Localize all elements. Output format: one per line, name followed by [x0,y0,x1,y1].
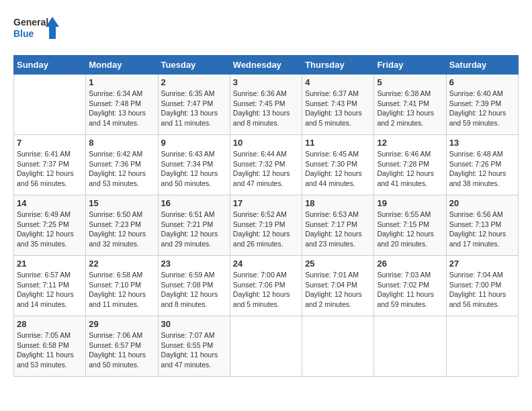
day-number: 13 [449,138,515,148]
calendar-cell: 22Sunrise: 6:58 AM Sunset: 7:10 PM Dayli… [86,256,158,316]
day-number: 23 [161,259,227,269]
day-info: Sunrise: 6:37 AM Sunset: 7:43 PM Dayligh… [305,89,371,128]
day-number: 11 [305,138,371,148]
day-info: Sunrise: 7:00 AM Sunset: 7:06 PM Dayligh… [233,270,299,310]
day-info: Sunrise: 6:50 AM Sunset: 7:23 PM Dayligh… [89,210,154,249]
calendar-cell [14,75,86,135]
day-number: 29 [89,319,154,329]
calendar-cell: 16Sunrise: 6:51 AM Sunset: 7:21 PM Dayli… [158,195,230,256]
day-number: 10 [233,138,299,148]
day-number: 8 [89,138,154,148]
day-number: 19 [377,198,443,208]
day-info: Sunrise: 6:34 AM Sunset: 7:48 PM Dayligh… [89,89,154,128]
day-number: 17 [233,198,299,208]
day-info: Sunrise: 6:51 AM Sunset: 7:21 PM Dayligh… [161,210,227,249]
day-info: Sunrise: 6:43 AM Sunset: 7:34 PM Dayligh… [161,149,227,189]
weekday-header-friday: Friday [374,56,446,75]
day-info: Sunrise: 6:53 AM Sunset: 7:17 PM Dayligh… [305,210,371,249]
day-info: Sunrise: 6:56 AM Sunset: 7:13 PM Dayligh… [449,210,515,249]
calendar-cell: 3Sunrise: 6:36 AM Sunset: 7:45 PM Daylig… [230,75,302,135]
day-info: Sunrise: 6:55 AM Sunset: 7:15 PM Dayligh… [377,210,443,249]
calendar-cell: 8Sunrise: 6:42 AM Sunset: 7:36 PM Daylig… [86,135,158,195]
logo-svg: General Blue [13,13,60,44]
day-info: Sunrise: 6:36 AM Sunset: 7:45 PM Dayligh… [233,89,299,128]
day-info: Sunrise: 6:52 AM Sunset: 7:19 PM Dayligh… [233,210,299,249]
calendar-cell: 1Sunrise: 6:34 AM Sunset: 7:48 PM Daylig… [86,75,158,135]
day-info: Sunrise: 7:03 AM Sunset: 7:02 PM Dayligh… [377,270,443,310]
day-info: Sunrise: 6:46 AM Sunset: 7:28 PM Dayligh… [377,149,443,189]
calendar-cell: 7Sunrise: 6:41 AM Sunset: 7:37 PM Daylig… [14,135,86,195]
calendar-cell: 17Sunrise: 6:52 AM Sunset: 7:19 PM Dayli… [230,195,302,256]
weekday-header-tuesday: Tuesday [158,56,230,75]
day-number: 24 [233,259,299,269]
calendar-cell: 18Sunrise: 6:53 AM Sunset: 7:17 PM Dayli… [302,195,374,256]
day-number: 27 [449,259,515,269]
day-info: Sunrise: 6:41 AM Sunset: 7:37 PM Dayligh… [17,149,83,189]
calendar-cell [446,316,518,377]
calendar-cell: 21Sunrise: 6:57 AM Sunset: 7:11 PM Dayli… [14,256,86,316]
day-info: Sunrise: 6:44 AM Sunset: 7:32 PM Dayligh… [233,149,299,189]
logo: General Blue [13,13,60,44]
day-info: Sunrise: 6:40 AM Sunset: 7:39 PM Dayligh… [449,89,515,128]
day-info: Sunrise: 6:35 AM Sunset: 7:47 PM Dayligh… [161,89,227,128]
day-number: 9 [161,138,227,148]
day-number: 25 [305,259,371,269]
calendar-cell: 24Sunrise: 7:00 AM Sunset: 7:06 PM Dayli… [230,256,302,316]
day-info: Sunrise: 6:45 AM Sunset: 7:30 PM Dayligh… [305,149,371,189]
day-number: 21 [17,259,83,269]
calendar-cell: 4Sunrise: 6:37 AM Sunset: 7:43 PM Daylig… [302,75,374,135]
day-number: 7 [17,138,83,148]
day-number: 18 [305,198,371,208]
day-number: 6 [449,77,515,87]
day-number: 20 [449,198,515,208]
day-number: 26 [377,259,443,269]
calendar-cell: 30Sunrise: 7:07 AM Sunset: 6:55 PM Dayli… [158,316,230,377]
calendar-cell: 14Sunrise: 6:49 AM Sunset: 7:25 PM Dayli… [14,195,86,256]
weekday-header-saturday: Saturday [446,56,518,75]
day-info: Sunrise: 7:01 AM Sunset: 7:04 PM Dayligh… [305,270,371,310]
day-number: 4 [305,77,371,87]
calendar-cell [302,316,374,377]
day-info: Sunrise: 7:05 AM Sunset: 6:58 PM Dayligh… [17,330,83,370]
calendar-table: SundayMondayTuesdayWednesdayThursdayFrid… [13,55,519,377]
day-info: Sunrise: 7:07 AM Sunset: 6:55 PM Dayligh… [161,330,227,370]
calendar-cell [374,316,446,377]
day-number: 30 [161,319,227,329]
day-info: Sunrise: 7:04 AM Sunset: 7:00 PM Dayligh… [449,270,515,310]
day-number: 1 [89,77,154,87]
day-number: 3 [233,77,299,87]
weekday-header-thursday: Thursday [302,56,374,75]
day-number: 22 [89,259,154,269]
calendar-cell [230,316,302,377]
calendar-cell: 5Sunrise: 6:38 AM Sunset: 7:41 PM Daylig… [374,75,446,135]
calendar-cell: 10Sunrise: 6:44 AM Sunset: 7:32 PM Dayli… [230,135,302,195]
day-info: Sunrise: 6:49 AM Sunset: 7:25 PM Dayligh… [17,210,83,249]
day-info: Sunrise: 6:59 AM Sunset: 7:08 PM Dayligh… [161,270,227,310]
calendar-cell: 13Sunrise: 6:48 AM Sunset: 7:26 PM Dayli… [446,135,518,195]
day-info: Sunrise: 6:57 AM Sunset: 7:11 PM Dayligh… [17,270,83,310]
calendar-cell: 23Sunrise: 6:59 AM Sunset: 7:08 PM Dayli… [158,256,230,316]
day-number: 2 [161,77,227,87]
day-info: Sunrise: 6:42 AM Sunset: 7:36 PM Dayligh… [89,149,154,189]
day-info: Sunrise: 6:58 AM Sunset: 7:10 PM Dayligh… [89,270,154,310]
calendar-cell: 20Sunrise: 6:56 AM Sunset: 7:13 PM Dayli… [446,195,518,256]
calendar-cell: 29Sunrise: 7:06 AM Sunset: 6:57 PM Dayli… [86,316,158,377]
day-info: Sunrise: 7:06 AM Sunset: 6:57 PM Dayligh… [89,330,154,370]
day-info: Sunrise: 6:48 AM Sunset: 7:26 PM Dayligh… [449,149,515,189]
day-number: 15 [89,198,154,208]
calendar-cell: 6Sunrise: 6:40 AM Sunset: 7:39 PM Daylig… [446,75,518,135]
calendar-cell: 11Sunrise: 6:45 AM Sunset: 7:30 PM Dayli… [302,135,374,195]
weekday-header-wednesday: Wednesday [230,56,302,75]
svg-text:General: General [13,17,48,28]
weekday-header-sunday: Sunday [14,56,86,75]
weekday-header-monday: Monday [86,56,158,75]
calendar-cell: 25Sunrise: 7:01 AM Sunset: 7:04 PM Dayli… [302,256,374,316]
calendar-cell: 19Sunrise: 6:55 AM Sunset: 7:15 PM Dayli… [374,195,446,256]
calendar-cell: 27Sunrise: 7:04 AM Sunset: 7:00 PM Dayli… [446,256,518,316]
day-number: 12 [377,138,443,148]
day-number: 5 [377,77,443,87]
day-info: Sunrise: 6:38 AM Sunset: 7:41 PM Dayligh… [377,89,443,128]
calendar-cell: 28Sunrise: 7:05 AM Sunset: 6:58 PM Dayli… [14,316,86,377]
day-number: 16 [161,198,227,208]
calendar-cell: 26Sunrise: 7:03 AM Sunset: 7:02 PM Dayli… [374,256,446,316]
